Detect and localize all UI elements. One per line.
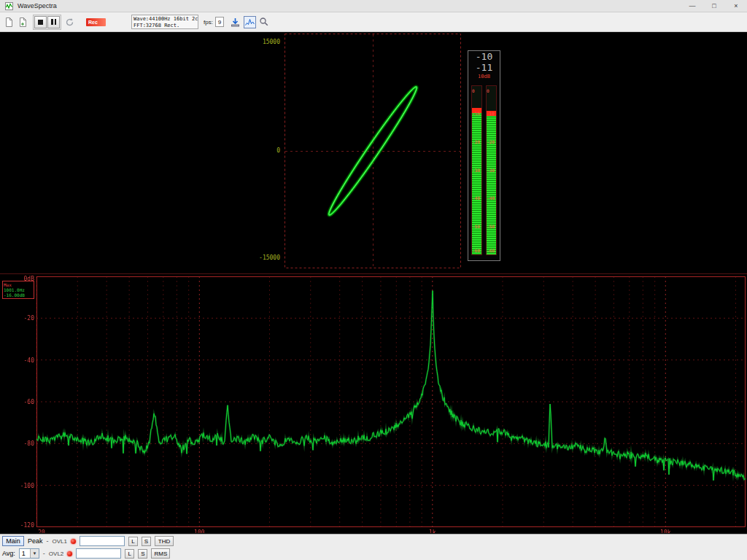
maximize-button[interactable]: □: [703, 0, 725, 12]
rms-button[interactable]: RMS: [151, 548, 170, 559]
wavespectra-window: WaveSpectra — □ × Rec Wave:44100Hz 16bit…: [0, 0, 747, 560]
close-button[interactable]: ×: [725, 0, 747, 12]
max-label: Max: [4, 282, 33, 287]
repeat-icon[interactable]: [63, 16, 75, 28]
scope-label-top: 15000: [263, 39, 280, 45]
avg-select[interactable]: 1 ▼: [19, 548, 39, 559]
ovl2-led: [67, 551, 72, 556]
l-button-2[interactable]: L: [125, 549, 134, 559]
fft-format-text: FFT:32768 Rect.: [133, 23, 196, 29]
rec-label: Rec: [88, 20, 98, 25]
level-meter-right: 0-10-20-30-40-50-60: [486, 85, 497, 255]
ovl1-label: OVL1: [53, 538, 67, 545]
titlebar: WaveSpectra — □ ×: [0, 0, 747, 12]
rec-indicator: Rec: [86, 18, 106, 26]
open-file-icon[interactable]: [17, 16, 28, 28]
meter-scale-right: 0-10-20-30-40-50-60: [487, 86, 496, 254]
spectrum-toggle-button[interactable]: [244, 16, 256, 28]
stop-button[interactable]: [34, 16, 47, 28]
audio-format-info: Wave:44100Hz 16bit 2ch FFT:32768 Rect.: [131, 15, 198, 29]
pause-button[interactable]: [47, 16, 60, 28]
max-level: -16.00dB: [4, 292, 33, 298]
fps-value: 9: [215, 17, 224, 27]
display-area: 15000 0 -15000 -10 -11 10dB 0-10-20-30-4…: [0, 32, 747, 534]
statusbar: Main Peak - OVL1 L S THD Avg: 1 ▼ - OVL2…: [0, 534, 747, 560]
new-file-icon[interactable]: [3, 16, 15, 28]
scope-label-bottom: -15000: [259, 255, 280, 261]
ovl1-value-field[interactable]: [80, 536, 125, 546]
toolbar: Rec Wave:44100Hz 16bit 2ch FFT:32768 Rec…: [0, 12, 747, 32]
minimize-button[interactable]: —: [681, 0, 703, 12]
peak-readout-left: -10: [468, 51, 500, 62]
separator: -: [43, 550, 45, 557]
xy-scope: [285, 34, 461, 268]
level-meter-panel: -10 -11 10dB 0-10-20-30-40-50-60 0-10-20…: [468, 50, 500, 261]
avg-label: Avg:: [2, 550, 15, 557]
window-controls: — □ ×: [681, 0, 747, 12]
transport-controls: [33, 15, 61, 30]
ovl1-led: [71, 539, 76, 544]
ovl2-value-field[interactable]: [76, 548, 121, 559]
max-readout: Max 1001.0Hz -16.00dB: [2, 281, 34, 299]
main-button[interactable]: Main: [2, 536, 24, 546]
spectrum-icon: [245, 18, 255, 26]
l-button-1[interactable]: L: [128, 537, 138, 546]
statusbar-row-1: Main Peak - OVL1 L S THD: [0, 535, 747, 547]
chevron-down-icon: ▼: [30, 549, 39, 558]
s-button-2[interactable]: S: [138, 549, 147, 559]
ovl2-label: OVL2: [49, 551, 63, 557]
max-frequency: 1001.0Hz: [4, 287, 33, 292]
meter-range-label: 10dB: [468, 73, 500, 80]
save-icon[interactable]: [230, 16, 241, 28]
thd-button[interactable]: THD: [155, 536, 174, 546]
stop-icon: [38, 20, 43, 25]
scope-axis-labels: 15000 0 -15000: [255, 34, 282, 268]
meter-scale-left: 0-10-20-30-40-50-60: [472, 86, 481, 254]
level-meter-left: 0-10-20-30-40-50-60: [471, 85, 482, 255]
pause-icon: [51, 19, 56, 25]
statusbar-row-2: Avg: 1 ▼ - OVL2 L S RMS: [0, 548, 747, 559]
window-title: WaveSpectra: [18, 2, 57, 9]
magnifier-icon[interactable]: [258, 16, 270, 28]
separator: -: [47, 537, 49, 545]
app-icon: [3, 0, 15, 12]
fps-label: fps:: [204, 19, 213, 26]
spectrum-analyzer: [0, 273, 747, 533]
avg-value: 1: [22, 550, 26, 557]
wave-format-text: Wave:44100Hz 16bit 2ch: [133, 16, 196, 23]
peak-label: Peak: [28, 537, 43, 545]
peak-readout-right: -11: [468, 62, 500, 73]
s-button-1[interactable]: S: [142, 537, 151, 546]
scope-label-mid: 0: [276, 148, 280, 154]
meter-bars: 0-10-20-30-40-50-60 0-10-20-30-40-50-60: [471, 85, 497, 255]
